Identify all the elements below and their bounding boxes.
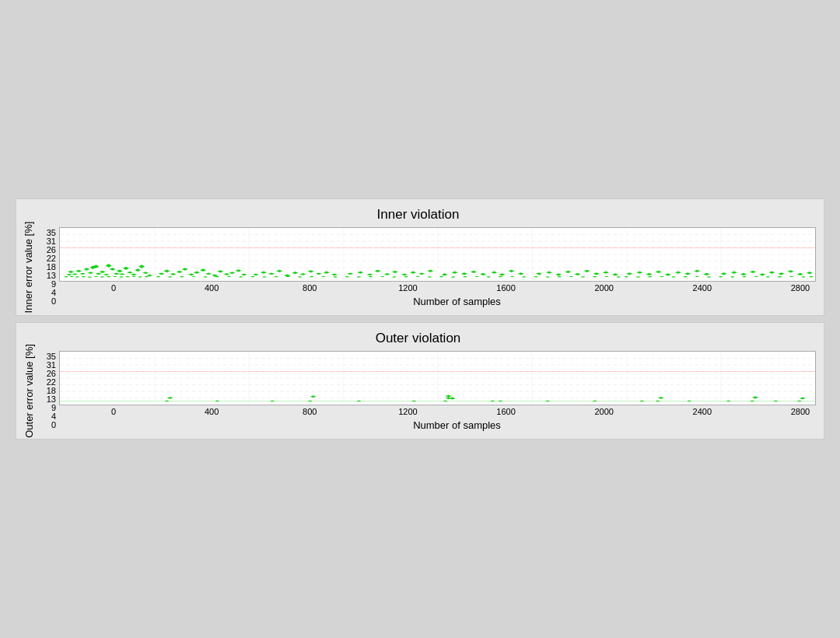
- inner-plot-svg: [60, 228, 815, 281]
- svg-point-72: [191, 276, 195, 277]
- svg-point-218: [656, 401, 660, 401]
- svg-point-145: [593, 276, 597, 277]
- svg-point-107: [357, 276, 361, 277]
- svg-point-42: [75, 276, 79, 277]
- svg-point-217: [640, 401, 644, 401]
- svg-point-92: [298, 276, 302, 277]
- svg-point-69: [156, 276, 160, 277]
- inner-x-axis: 040080012001600200024002800 Number of sa…: [98, 282, 816, 307]
- svg-point-225: [797, 401, 801, 401]
- outer-x-tick-2400: 2400: [687, 407, 718, 416]
- inner-y-axis-label: Inner error value [%]: [23, 222, 35, 314]
- outer-x-axis: 040080012001600200024002800 Number of sa…: [98, 405, 816, 431]
- outer-y-tick-0: 0: [37, 421, 59, 429]
- svg-point-108: [369, 276, 373, 277]
- svg-point-41: [70, 276, 74, 277]
- outer-y-ticks: 049131822263135: [37, 351, 59, 431]
- svg-point-181: [789, 276, 793, 277]
- inner-violation-title: Inner violation: [20, 207, 816, 223]
- svg-point-163: [695, 276, 699, 277]
- inner-x-tick-2800: 2800: [785, 283, 816, 293]
- svg-point-140: [534, 276, 537, 277]
- svg-point-214: [499, 401, 502, 401]
- svg-point-161: [671, 276, 675, 277]
- outer-y-axis-label-container: Outer error value [%]: [20, 351, 37, 431]
- svg-point-142: [558, 276, 562, 277]
- svg-point-88: [250, 276, 254, 277]
- svg-point-211: [491, 401, 495, 401]
- svg-point-124: [451, 276, 455, 277]
- svg-point-46: [100, 276, 104, 277]
- svg-point-110: [392, 276, 396, 277]
- svg-point-203: [215, 401, 219, 401]
- svg-point-162: [684, 276, 688, 277]
- svg-point-202: [165, 401, 169, 401]
- svg-point-216: [593, 401, 597, 401]
- outer-plot-svg: [60, 352, 815, 405]
- svg-point-70: [168, 276, 172, 277]
- svg-point-40: [65, 276, 68, 277]
- outer-x-tick-2000: 2000: [589, 407, 620, 416]
- inner-x-tick-1200: 1200: [392, 283, 423, 293]
- svg-point-215: [546, 401, 550, 401]
- svg-point-50: [125, 276, 129, 277]
- svg-point-157: [625, 276, 628, 277]
- outer-violation-title: Outer violation: [20, 331, 816, 346]
- svg-point-74: [215, 276, 219, 277]
- svg-point-45: [94, 276, 98, 277]
- svg-point-224: [774, 401, 778, 401]
- inner-x-tick-0: 0: [98, 283, 129, 293]
- svg-point-146: [604, 276, 608, 277]
- svg-point-175: [719, 276, 723, 277]
- svg-point-94: [321, 276, 325, 277]
- inner-y-axis-label-container: Inner error value [%]: [20, 227, 37, 307]
- svg-point-48: [113, 276, 117, 277]
- svg-point-95: [333, 276, 337, 277]
- svg-point-128: [499, 276, 502, 277]
- svg-point-125: [463, 276, 467, 277]
- inner-x-tick-2400: 2400: [687, 283, 718, 293]
- svg-point-44: [88, 277, 92, 278]
- svg-point-53: [145, 276, 149, 277]
- svg-point-52: [138, 276, 142, 277]
- svg-point-130: [522, 276, 526, 277]
- outer-x-ticks: 040080012001600200024002800: [98, 405, 816, 416]
- svg-point-76: [239, 276, 243, 277]
- svg-point-179: [766, 276, 770, 277]
- svg-point-51: [132, 276, 136, 277]
- outer-x-tick-2800: 2800: [785, 407, 816, 416]
- outer-y-axis-label: Outer error value [%]: [23, 344, 35, 438]
- outer-x-tick-400: 400: [196, 407, 227, 416]
- svg-point-220: [688, 401, 691, 401]
- svg-point-221: [726, 401, 730, 401]
- outer-x-tick-0: 0: [98, 407, 129, 416]
- charts-container: Inner violation Inner error value [%] 04…: [16, 198, 824, 440]
- svg-point-49: [119, 276, 123, 277]
- svg-point-73: [204, 276, 208, 277]
- inner-plot-area: [59, 227, 816, 282]
- svg-point-89: [262, 276, 266, 277]
- svg-point-129: [510, 276, 514, 277]
- inner-violation-chart: Inner violation Inner error value [%] 04…: [16, 198, 824, 316]
- svg-point-143: [569, 276, 573, 277]
- outer-x-tick-800: 800: [294, 407, 325, 416]
- svg-point-47: [107, 276, 110, 277]
- inner-x-tick-400: 400: [196, 283, 227, 293]
- svg-point-159: [648, 276, 652, 277]
- svg-point-147: [617, 276, 621, 277]
- outer-x-tick-1200: 1200: [392, 407, 423, 416]
- svg-point-183: [809, 276, 813, 277]
- inner-y-ticks: 049131822263135: [37, 227, 59, 307]
- svg-point-93: [310, 276, 313, 277]
- svg-point-141: [546, 276, 550, 277]
- svg-point-126: [475, 276, 479, 277]
- svg-point-160: [660, 276, 663, 277]
- svg-point-75: [227, 276, 231, 277]
- svg-point-158: [636, 276, 640, 277]
- svg-point-210: [443, 401, 447, 401]
- outer-plot-area: [59, 351, 816, 405]
- svg-point-222: [751, 401, 754, 401]
- svg-point-112: [416, 276, 420, 277]
- svg-point-113: [428, 276, 432, 277]
- svg-point-90: [275, 276, 278, 277]
